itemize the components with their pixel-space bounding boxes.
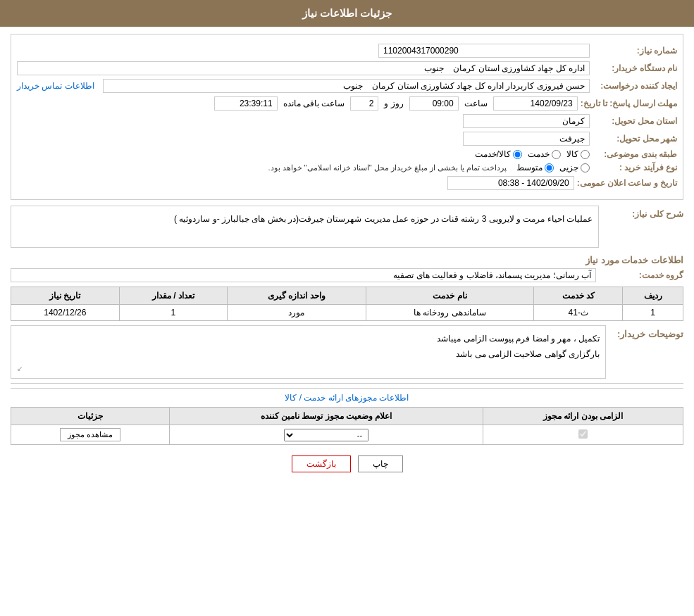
cell-code: ث-41 — [534, 305, 623, 321]
radio-kala: کالا — [566, 149, 590, 159]
notes-label: توضیحات خریدار: — [606, 325, 683, 339]
radio-khedmat: خدمت — [528, 149, 561, 159]
radio-jozi-label: جزیی — [559, 163, 578, 172]
tarikh-value: 1402/09/20 - 08:38 — [447, 176, 574, 190]
grohe-label: گروه خدمت: — [599, 270, 683, 280]
page-header: جزئیات اطلاعات نیاز — [0, 0, 694, 27]
perm-detail-cell: مشاهده مجوز — [11, 425, 170, 445]
ijad-row: ایجاد کننده درخواست: حسن فیروزی کاربردار… — [17, 79, 677, 93]
cell-radif: 1 — [623, 305, 683, 321]
days-value: 2 — [350, 96, 378, 111]
col-count: تعداد / مقدار — [119, 287, 227, 305]
time-label: ساعت — [464, 99, 488, 108]
print-button[interactable]: چاپ — [358, 455, 403, 472]
shomara-row: شماره نیاز: 1102004317000290 — [17, 44, 677, 58]
mohlat-date: 1402/09/23 — [493, 96, 578, 111]
notes-section: توضیحات خریدار: تکمیل ، مهر و امضا فرم پ… — [11, 325, 683, 379]
view-perm-button[interactable]: مشاهده مجوز — [60, 428, 120, 441]
days-label: روز و — [384, 99, 403, 108]
col-date: تاریخ نیاز — [11, 287, 120, 305]
ostan-label: استان محل تحویل: — [593, 116, 677, 126]
radio-motevaset-input[interactable] — [545, 163, 554, 172]
perm-col-required: الزامی بودن ارائه مجوز — [483, 408, 683, 425]
service-table: ردیف کد خدمت نام خدمت واحد اندازه گیری ت… — [11, 287, 683, 321]
tabaqe-radios: کالا خدمت کالا/خدمت — [475, 149, 590, 159]
perm-row: -- مشاهده مجوز — [11, 425, 683, 445]
sharh-value: عملیات احیاء مرمت و لایروبی 3 رشته قنات … — [11, 206, 599, 248]
mohlat-label: مهلت ارسال پاسخ: تا تاریخ: — [581, 99, 677, 108]
ostan-row: استان محل تحویل: کرمان — [17, 114, 677, 128]
cell-name: ساماندهی رودخانه ها — [366, 305, 533, 321]
tabaqe-label: طبقه بندی موضوعی: — [593, 149, 677, 159]
farayand-radios: جزیی متوسط — [516, 163, 590, 172]
main-section: شماره نیاز: 1102004317000290 نام دستگاه … — [11, 34, 683, 200]
notes-line2: بارگزاری گواهی صلاحیت الزامی می باشد — [17, 347, 600, 363]
grohe-row: گروه خدمت: آب رسانی؛ مدیریت پسماند، فاضل… — [11, 268, 683, 282]
perm-status-select[interactable]: -- — [284, 429, 368, 441]
col-unit: واحد اندازه گیری — [228, 287, 366, 305]
radio-kala-khedmat: کالا/خدمت — [475, 149, 522, 159]
dastgah-row: نام دستگاه خریدار: اداره کل جهاد کشاورزی… — [17, 61, 677, 75]
radio-khedmat-label: خدمت — [528, 149, 550, 159]
shahr-value: جیرفت — [463, 132, 590, 146]
ijad-value: حسن فیروزی کاربردار اداره کل جهاد کشاورز… — [103, 79, 590, 93]
notes-line1: تکمیل ، مهر و امضا فرم پیوست الزامی میبا… — [17, 332, 600, 347]
sharh-label: شرح کلی نیاز: — [599, 206, 683, 219]
perm-required-checkbox — [578, 429, 588, 439]
perm-col-detail: جزئیات — [11, 408, 170, 425]
mohlat-time: 09:00 — [409, 96, 459, 111]
cell-date: 1402/12/26 — [11, 305, 120, 321]
col-radif: ردیف — [623, 287, 683, 305]
perm-required-cell — [483, 425, 683, 445]
radio-jozi-input[interactable] — [581, 163, 590, 172]
action-buttons: چاپ بازگشت — [0, 455, 694, 472]
tabaqe-row: طبقه بندی موضوعی: کالا خدمت کالا/خدمت — [17, 149, 677, 159]
col-code: کد خدمت — [534, 287, 623, 305]
radio-kala-khedmat-input[interactable] — [513, 150, 522, 159]
remaining-value: 23:39:11 — [214, 96, 278, 111]
dastgah-label: نام دستگاه خریدار: — [593, 63, 677, 73]
service-table-row: 1 ث-41 ساماندهی رودخانه ها مورد 1 1402/1… — [11, 305, 683, 321]
cell-unit: مورد — [228, 305, 366, 321]
col-name: نام خدمت — [366, 287, 533, 305]
radio-khedmat-input[interactable] — [552, 150, 561, 159]
radio-jozi: جزیی — [559, 163, 590, 172]
contact-link[interactable]: اطلاعات تماس خریدار — [17, 81, 94, 91]
cell-count: 1 — [119, 305, 227, 321]
shahr-row: شهر محل تحویل: جیرفت — [17, 132, 677, 146]
tarikh-label: تاریخ و ساعت اعلان عمومی: — [577, 178, 677, 188]
tarikh-row: تاریخ و ساعت اعلان عمومی: 1402/09/20 - 0… — [17, 176, 677, 190]
radio-motevaset-label: متوسط — [516, 163, 543, 172]
permissions-link[interactable]: اطلاعات مجوزهای ارائه خدمت / کالا — [11, 388, 683, 403]
radio-kala-khedmat-label: کالا/خدمت — [475, 149, 511, 159]
grohe-value: آب رسانی؛ مدیریت پسماند، فاضلاب و فعالیت… — [11, 268, 596, 282]
farayand-note: پرداخت تمام یا بخشی از مبلغ خریداز محل "… — [268, 163, 507, 172]
farayand-label: نوع فرآیند خرید : — [593, 163, 677, 172]
radio-kala-input[interactable] — [581, 150, 590, 159]
perm-col-status: اعلام وضعیت مجوز توسط نامین کننده — [170, 408, 483, 425]
page-title: جزئیات اطلاعات نیاز — [302, 7, 392, 19]
shomara-value: 1102004317000290 — [378, 44, 590, 58]
notes-content: تکمیل ، مهر و امضا فرم پیوست الزامی میبا… — [17, 332, 600, 362]
mohlat-row: مهلت ارسال پاسخ: تا تاریخ: 1402/09/23 سا… — [17, 96, 677, 111]
perm-table: الزامی بودن ارائه مجوز اعلام وضعیت مجوز … — [11, 407, 683, 445]
shahr-label: شهر محل تحویل: — [593, 134, 677, 144]
khadamat-title: اطلاعات خدمات مورد نیاز — [11, 255, 683, 265]
back-button[interactable]: بازگشت — [292, 455, 351, 472]
radio-motevaset: متوسط — [516, 163, 554, 172]
sharh-section: شرح کلی نیاز: عملیات احیاء مرمت و لایروب… — [11, 206, 683, 248]
notes-box: تکمیل ، مهر و امضا فرم پیوست الزامی میبا… — [11, 325, 606, 379]
radio-kala-label: کالا — [566, 149, 578, 159]
dastgah-value: اداره کل جهاد کشاورزی استان کرمان جنوب — [17, 61, 590, 75]
page-container: جزئیات اطلاعات نیاز شماره نیاز: 11020043… — [0, 0, 694, 616]
remaining-label: ساعت باقی مانده — [283, 99, 345, 108]
farayand-row: نوع فرآیند خرید : جزیی متوسط پرداخت تمام… — [17, 163, 677, 172]
notes-resize-icon: ↙ — [17, 365, 600, 372]
divider1 — [11, 383, 683, 384]
ijad-label: ایجاد کننده درخواست: — [593, 81, 677, 91]
shomara-label: شماره نیاز: — [593, 46, 677, 56]
ostan-value: کرمان — [463, 114, 590, 128]
perm-status-cell: -- — [170, 425, 483, 445]
